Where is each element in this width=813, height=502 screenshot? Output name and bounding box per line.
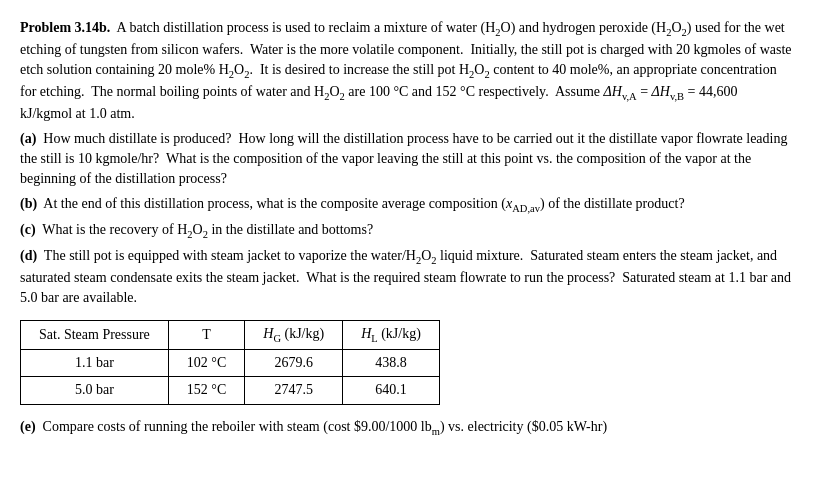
cell-hl-2: 640.1 <box>343 377 440 404</box>
problem-intro: Problem 3.14b. A batch distillation proc… <box>20 18 793 125</box>
cell-hl-1: 438.8 <box>343 350 440 377</box>
col-hg: HG (kJ/kg) <box>245 321 343 350</box>
part-a-text: (a) How much distillate is produced? How… <box>20 129 793 190</box>
steam-table: Sat. Steam Pressure T HG (kJ/kg) HL (kJ/… <box>20 320 440 405</box>
part-e-text: (e) Compare costs of running the reboile… <box>20 417 793 439</box>
col-pressure: Sat. Steam Pressure <box>21 321 169 350</box>
cell-hg-2: 2747.5 <box>245 377 343 404</box>
col-hl: HL (kJ/kg) <box>343 321 440 350</box>
part-a-label: (a) <box>20 131 36 146</box>
col-temp: T <box>168 321 244 350</box>
part-b-text: (b) At the end of this distillation proc… <box>20 194 793 216</box>
part-c-text: (c) What is the recovery of H2O2 in the … <box>20 220 793 242</box>
part-e-label: (e) <box>20 419 36 434</box>
cell-hg-1: 2679.6 <box>245 350 343 377</box>
part-d-text: (d) The still pot is equipped with steam… <box>20 246 793 309</box>
part-b-label: (b) <box>20 196 37 211</box>
table-row: 1.1 bar 102 °C 2679.6 438.8 <box>21 350 440 377</box>
problem-number: Problem 3.14b. <box>20 20 110 35</box>
cell-pressure-1: 1.1 bar <box>21 350 169 377</box>
cell-temp-1: 102 °C <box>168 350 244 377</box>
part-c-label: (c) <box>20 222 36 237</box>
table-row: 5.0 bar 152 °C 2747.5 640.1 <box>21 377 440 404</box>
part-d-label: (d) <box>20 248 37 263</box>
cell-pressure-2: 5.0 bar <box>21 377 169 404</box>
problem-container: Problem 3.14b. A batch distillation proc… <box>20 18 793 439</box>
cell-temp-2: 152 °C <box>168 377 244 404</box>
